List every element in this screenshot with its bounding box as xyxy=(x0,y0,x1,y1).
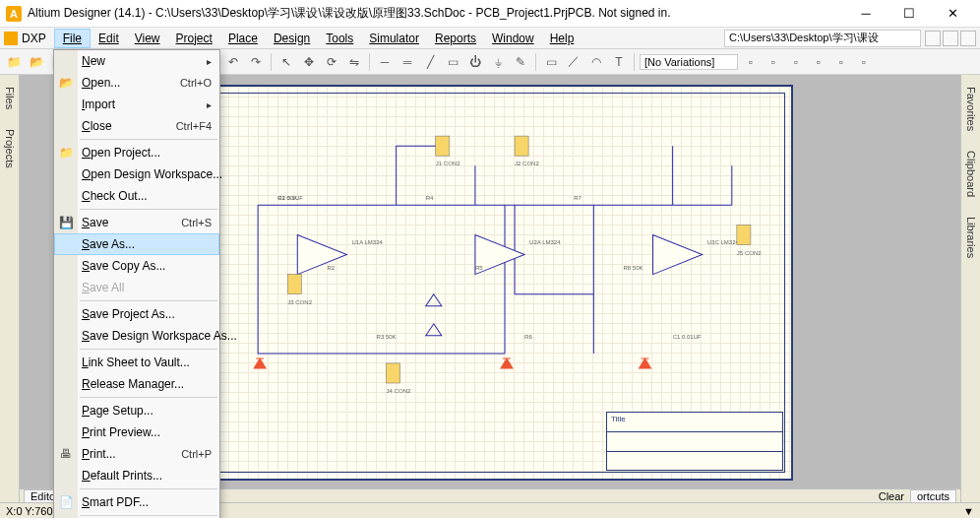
minimize-button[interactable]: ─ xyxy=(844,0,888,28)
gnd-button[interactable]: ⏚ xyxy=(488,52,508,72)
left-tab-files[interactable]: Files xyxy=(2,81,18,115)
menu-item-check-out[interactable]: Check Out... xyxy=(54,185,219,207)
menu-item-save-design-workspace-as[interactable]: Save Design Workspace As... xyxy=(54,325,219,347)
toolbar-extra-f[interactable]: ▫ xyxy=(854,52,874,72)
wire-button[interactable]: ╱ xyxy=(420,52,440,72)
folder-button[interactable]: 📁 xyxy=(4,52,24,72)
menu-item-save-project-as[interactable]: Save Project As... xyxy=(54,303,219,325)
right-tab-favorites[interactable]: Favorites xyxy=(963,81,979,137)
svg-text:R2: R2 xyxy=(327,265,335,271)
bottom-clear[interactable]: Clear xyxy=(879,490,904,502)
path-go-button[interactable] xyxy=(943,31,958,46)
right-tab-clipboard[interactable]: Clipboard xyxy=(963,145,979,203)
menu-item-print-preview[interactable]: Print Preview... xyxy=(54,421,219,443)
mirror-button[interactable]: ⇋ xyxy=(344,52,364,72)
path-dropdown-button[interactable] xyxy=(925,31,941,46)
svg-text:J4 CON2: J4 CON2 xyxy=(387,388,411,394)
window-title: Altium Designer (14.1) - C:\Users\33\Des… xyxy=(28,5,844,22)
svg-text:R5: R5 xyxy=(475,265,483,271)
menu-item-accel: Ctrl+O xyxy=(180,77,212,89)
menu-view[interactable]: View xyxy=(127,30,168,47)
menu-help[interactable]: Help xyxy=(542,30,582,47)
menu-item-close[interactable]: CloseCtrl+F4 xyxy=(54,115,219,137)
left-tab-projects[interactable]: Projects xyxy=(2,123,18,174)
menu-item-print[interactable]: 🖶Print...Ctrl+P xyxy=(54,443,219,465)
svg-text:C2 0.1UF: C2 0.1UF xyxy=(277,195,303,201)
menu-simulator[interactable]: Simulator xyxy=(361,30,427,47)
toolbar-extra-c[interactable]: ▫ xyxy=(786,52,806,72)
menu-item-save[interactable]: 💾SaveCtrl+S xyxy=(54,212,219,233)
menu-item-label: Close xyxy=(82,119,176,133)
menu-item-save-copy-as[interactable]: Save Copy As... xyxy=(54,255,219,277)
svg-rect-3 xyxy=(436,136,450,156)
menu-item-new[interactable]: New▸ xyxy=(54,50,219,72)
redo-button[interactable]: ↷ xyxy=(246,52,266,72)
svg-text:J1 CON2: J1 CON2 xyxy=(436,161,460,166)
menu-item-open-design-workspace[interactable]: Open Design Workspace... xyxy=(54,163,219,185)
bus-button[interactable]: ═ xyxy=(398,52,417,72)
menu-item-default-prints[interactable]: Default Prints... xyxy=(54,465,219,486)
menu-item-release-manager[interactable]: Release Manager... xyxy=(54,373,219,395)
menu-item-import[interactable]: Import▸ xyxy=(54,94,219,115)
menu-item-label: Save Design Workspace As... xyxy=(82,329,237,343)
toolbar-extra-d[interactable]: ▫ xyxy=(809,52,828,72)
svg-rect-5 xyxy=(515,136,528,156)
variations-combo[interactable]: [No Variations] xyxy=(640,54,738,70)
left-panel-tabs: Files Projects xyxy=(0,75,20,502)
toolbar-extra-e[interactable]: ▫ xyxy=(831,52,851,72)
arc-button[interactable]: ◠ xyxy=(586,52,606,72)
schematic-sheet[interactable]: U1A LM324U2A LM324U3C LM324 J1 CON2J2 CO… xyxy=(197,85,793,481)
menu-item-link-sheet-to-vault[interactable]: Link Sheet to Vault... xyxy=(54,352,219,373)
file-menu-dropdown: New▸📂Open...Ctrl+OImport▸CloseCtrl+F4📁Op… xyxy=(53,49,220,518)
menu-edit[interactable]: Edit xyxy=(91,30,127,47)
svg-text:R7: R7 xyxy=(574,195,582,201)
menu-item-label: Save As... xyxy=(82,237,212,251)
status-coords: X:0 Y:760 xyxy=(6,505,53,517)
menu-item-save-all: Save All xyxy=(54,277,219,298)
svg-text:U2A LM324: U2A LM324 xyxy=(529,239,561,245)
menu-icon: 📄 xyxy=(58,494,74,510)
dxp-menu[interactable]: DXP xyxy=(4,32,46,45)
menu-item-page-setup[interactable]: Page Setup... xyxy=(54,400,219,421)
menu-file[interactable]: File xyxy=(54,29,91,48)
status-dropdown-icon[interactable]: ▼ xyxy=(963,505,974,517)
undo-button[interactable]: ↶ xyxy=(223,52,243,72)
menu-design[interactable]: Design xyxy=(266,30,318,47)
close-button[interactable]: ✕ xyxy=(931,0,974,28)
menu-item-open-project[interactable]: 📁Open Project... xyxy=(54,142,219,163)
rect-button[interactable]: ▭ xyxy=(541,52,561,72)
menu-item-label: Default Prints... xyxy=(82,469,212,483)
menu-item-save-as[interactable]: Save As... xyxy=(54,233,219,255)
menu-item-open[interactable]: 📂Open...Ctrl+O xyxy=(54,72,219,94)
bottom-tab-shortcuts[interactable]: ortcuts xyxy=(910,489,956,502)
right-tab-libraries[interactable]: Libraries xyxy=(963,211,979,264)
power-button[interactable]: ⏻ xyxy=(465,52,485,72)
port-button[interactable]: ▭ xyxy=(443,52,462,72)
path-combo[interactable]: C:\Users\33\Desktop\学习\课设 xyxy=(724,30,921,47)
menu-item-label: New xyxy=(82,54,207,68)
dxp-label: DXP xyxy=(22,32,46,45)
select-button[interactable]: ↖ xyxy=(276,52,296,72)
menu-item-label: Save Project As... xyxy=(82,307,212,321)
net-button[interactable]: ─ xyxy=(375,52,395,72)
line-button[interactable]: ／ xyxy=(564,52,583,72)
menu-item-smart-pdf[interactable]: 📄Smart PDF... xyxy=(54,491,219,513)
toolbar-extra-b[interactable]: ▫ xyxy=(764,52,783,72)
menu-window[interactable]: Window xyxy=(484,30,542,47)
note-button[interactable]: ✎ xyxy=(511,52,530,72)
menu-place[interactable]: Place xyxy=(220,30,266,47)
title-block-row1: Title xyxy=(607,413,782,432)
menu-icon: 📂 xyxy=(58,75,74,91)
text-button[interactable]: T xyxy=(609,52,629,72)
rotate-button[interactable]: ⟳ xyxy=(322,52,341,72)
maximize-button[interactable]: ☐ xyxy=(888,0,931,28)
path-help-button[interactable] xyxy=(960,31,976,46)
svg-rect-7 xyxy=(287,275,301,294)
menu-project[interactable]: Project xyxy=(168,30,220,47)
open-button[interactable]: 📂 xyxy=(27,52,46,72)
toolbar-extra-a[interactable]: ▫ xyxy=(741,52,761,72)
menu-reports[interactable]: Reports xyxy=(427,30,484,47)
title-block-row2 xyxy=(607,432,782,452)
menu-tools[interactable]: Tools xyxy=(318,30,361,47)
move-button[interactable]: ✥ xyxy=(299,52,319,72)
